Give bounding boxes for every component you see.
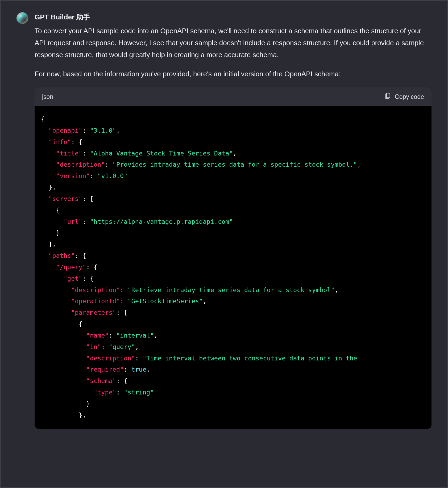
message-paragraph: For now, based on the information you've…: [35, 68, 432, 80]
message-paragraph: To convert your API sample code into an …: [35, 25, 432, 61]
code-content[interactable]: { "openapi": "3.1.0", "info": { "title":…: [35, 106, 432, 428]
code-block: json Copy code { "openapi": "3.1.0", "in…: [35, 87, 432, 428]
clipboard-icon: [384, 92, 391, 102]
message-content: GPT Builder 助手 To convert your API sampl…: [35, 11, 432, 429]
code-header: json Copy code: [35, 87, 432, 106]
copy-code-label: Copy code: [395, 92, 424, 102]
avatar: [16, 12, 28, 24]
assistant-message: GPT Builder 助手 To convert your API sampl…: [16, 11, 432, 429]
author-name: GPT Builder 助手: [35, 11, 432, 23]
code-language-label: json: [42, 92, 53, 102]
copy-code-button[interactable]: Copy code: [384, 92, 424, 102]
svg-rect-0: [387, 93, 390, 98]
